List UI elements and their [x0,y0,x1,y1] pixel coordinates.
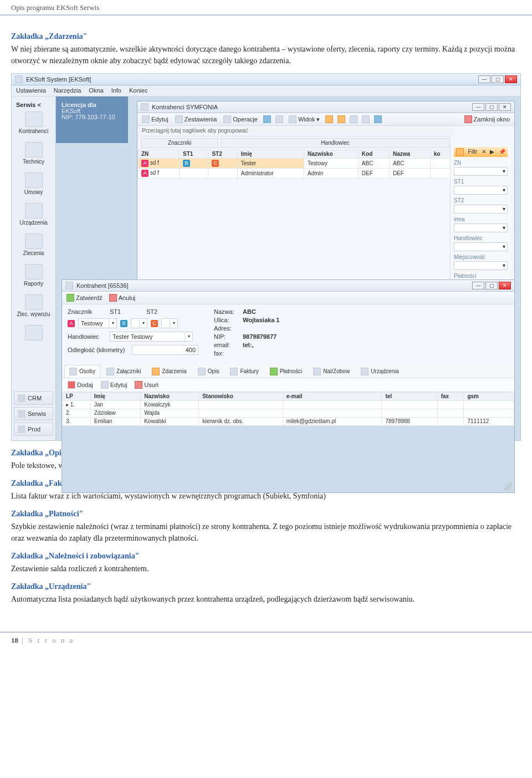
filter-hand-input[interactable]: ▾ [454,242,508,251]
znacznik-dropdown[interactable]: Testowy▾ [78,318,117,328]
col-lp[interactable]: LP [63,393,91,401]
edit-icon [101,381,109,389]
tab-nalzobow[interactable]: Nal/Zobow [308,365,355,378]
book-icon [141,103,149,111]
kontrahenci-titlebar: Kontrahenci SYMFONIA — ▢ ✕ [137,101,514,113]
maximize-button[interactable]: ▢ [492,75,504,83]
kontr-min-button[interactable]: — [472,103,484,111]
zamknij-okno-button[interactable]: Zamknij okno [463,115,511,124]
sidebar-item-zlecenia[interactable]: Zlecenia [14,233,53,256]
menu-narzedzia[interactable]: Narzędzia [54,88,81,94]
tab-osoby[interactable]: Osoby [64,365,100,378]
col-st1[interactable]: ST1 [180,150,208,159]
col-stanowisko[interactable]: Stanowisko [199,393,283,401]
filter-close-icon[interactable]: ✕ [482,149,486,155]
tab-urzadzenia[interactable]: Urządzenia [356,365,404,378]
table-row[interactable]: A sd f Administrator Admin DEF DEF [138,169,453,179]
filter-st1-input[interactable]: ▾ [454,186,508,195]
minimize-button[interactable]: — [478,75,490,83]
menu-ustawienia[interactable]: Ustawienia [16,88,46,94]
osoby-edytuj-button[interactable]: Edytuj [100,380,129,389]
filter-st2-input[interactable]: ▾ [454,205,508,213]
filter-next-icon[interactable]: ▶ [490,149,494,155]
odleglosc-field[interactable]: 400 [132,345,198,355]
sidebar-cat-serwis[interactable]: Serwis [14,407,53,420]
sidebar-item-kontrahenci[interactable]: Kontrahenci [14,111,53,134]
tab-platnosci[interactable]: Płatności [265,365,308,378]
st2-dropdown[interactable]: ▾ [161,318,178,328]
find-icon[interactable] [374,115,382,123]
table-row[interactable]: A sd f B C Tester Testowy ABC ABC [138,159,453,169]
detail-form: Znacznik ST1 ST2 A Testowy▾ B ▾ C [62,304,514,363]
print-icon[interactable] [350,115,357,123]
col-nazwisko[interactable]: Nazwisko [141,393,199,401]
col-nazwisko[interactable]: Nazwisko [304,150,358,159]
export-icon[interactable] [362,115,370,123]
search-icon[interactable] [263,115,271,123]
anuluj-button[interactable]: Anuluj [108,293,137,302]
kontrahenci-grid[interactable]: ZN ST1 ST2 Imię Nazwisko Kod Nazwa ko [137,150,453,179]
zatwierdz-button[interactable]: Zatwierdź [65,293,104,302]
detail-min-button[interactable]: — [472,282,484,289]
filter-zn-input[interactable]: ▾ [454,167,508,176]
col-tel[interactable]: tel [382,393,437,401]
detail-max-button[interactable]: ▢ [485,282,498,289]
sidebar-item-umowy[interactable]: Umowy [14,172,53,195]
osoby-grid[interactable]: LP Imię Nazwisko Stanowisko e-mail tel f… [62,392,514,426]
col-imie[interactable]: Imię [237,150,304,159]
tab-opis[interactable]: Opis [193,365,224,378]
edytuj-button[interactable]: Edytuj [141,115,170,124]
filter-hand-label: Handlowiec [454,236,508,241]
sidebar-cat-prod[interactable]: Prod [14,423,53,436]
resize-grip-icon[interactable] [504,482,512,490]
col-email[interactable]: e-mail [283,393,382,401]
close-button[interactable]: ✕ [505,75,517,83]
tree-icon[interactable] [325,115,333,123]
filter-st1-label: ST1 [454,179,508,185]
attach-icon [106,368,114,375]
colgroup-znaczniki: Znaczniki [141,138,218,148]
sidebar-item-raporty[interactable]: Raporty [14,264,53,287]
usun-button[interactable]: Usuń [134,380,160,389]
expand-icon[interactable] [337,115,345,123]
col-st2[interactable]: ST2 [208,150,237,159]
table-row[interactable]: ▸ 1.JanKowalczyk [63,401,514,409]
sidebar-item-calendar[interactable] [14,325,53,342]
col-nazwa[interactable]: Nazwa [389,150,430,159]
group-dropzone[interactable]: Przeciągnij tutaj nagłówek aby pogrupowa… [137,126,453,136]
sidebar-cat-crm[interactable]: CRM [14,391,53,405]
sidebar-heading[interactable]: Serwis < [14,100,53,111]
filter-pin-icon[interactable]: 📌 [499,149,505,155]
tab-zalaczniki[interactable]: Załączniki [101,365,146,378]
col-kod[interactable]: Kod [358,150,389,159]
table-row[interactable]: 3.EmilianKowalskikierwnik dz. obs.milek@… [63,418,514,426]
sidebar-item-urzadzenia[interactable]: Urządzenia [14,203,53,226]
dodaj-button[interactable]: Dodaj [66,380,94,389]
widok-button[interactable]: Widok▾ [288,115,321,124]
kontr-close-button[interactable]: ✕ [499,103,511,111]
filter-miej-input[interactable]: ▾ [454,261,508,270]
tab-zdarzenia[interactable]: Zdarzenia [147,365,191,378]
col-zn[interactable]: ZN [138,150,180,159]
col-imie[interactable]: Imię [90,393,140,401]
col-fax[interactable]: fax [437,393,464,401]
menu-info[interactable]: Info [111,88,121,94]
tab-faktury[interactable]: Faktury [225,365,263,378]
menu-koniec[interactable]: Koniec [129,88,148,94]
close-x-icon [464,115,472,123]
empty-area [62,426,514,492]
menu-okna[interactable]: Okna [89,88,103,94]
refresh-icon[interactable] [275,115,283,123]
footer-label: S t r o n a [28,636,74,644]
operacje-button[interactable]: Operacje [222,115,259,124]
sidebar-item-technicy[interactable]: Technicy [14,142,53,165]
sidebar-item-wywoz[interactable]: Zlec. wywozu [14,294,53,317]
zestawienia-button[interactable]: Zestawienia [174,115,218,124]
detail-close-button[interactable]: ✕ [499,282,511,289]
col-gsm[interactable]: gsm [464,393,514,401]
handlowiec-dropdown[interactable]: Tester Testowy▾ [110,332,193,342]
kontr-max-button[interactable]: ▢ [485,103,498,111]
filter-firma-input[interactable]: ▾ [454,223,508,232]
st1-dropdown[interactable]: ▾ [131,318,147,328]
table-row[interactable]: 2.ZdzisławWajda [63,409,514,418]
